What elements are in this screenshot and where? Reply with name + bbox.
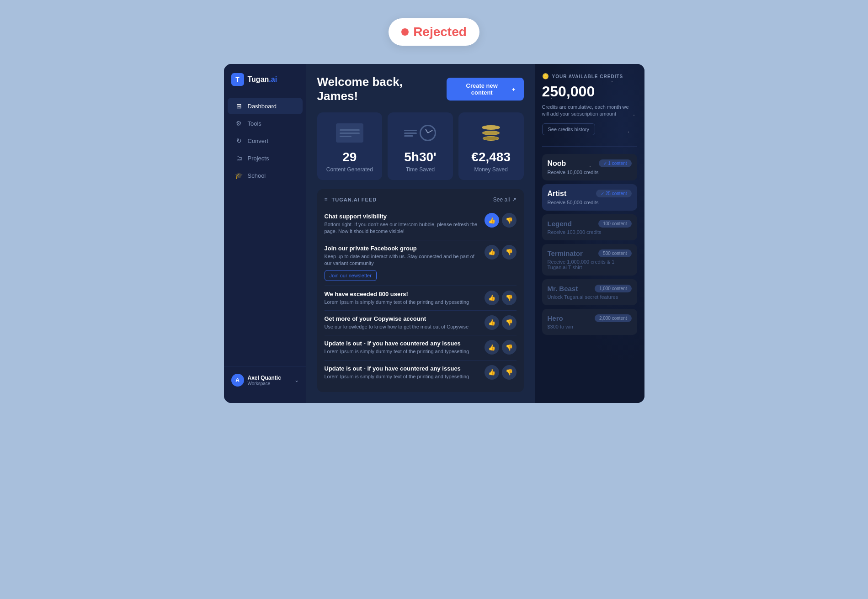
feed-item-content: Join our private Facebook group Keep up … — [325, 245, 481, 281]
feed-section: ≡ TUGAN.AI FEED See all ↗ Chat support v… — [317, 189, 524, 392]
feed-item-content: Update is out - If you have countered an… — [325, 365, 481, 380]
tier-header: Terminator 500 content — [548, 249, 632, 257]
projects-icon: 🗂 — [235, 154, 243, 162]
sidebar-item-tools-label: Tools — [248, 120, 261, 127]
stat-icon-coins — [475, 122, 507, 144]
tier-desc: Receive 100,000 credits — [548, 229, 632, 235]
user-info[interactable]: A Axel Quantic Workspace ⌄ — [231, 374, 299, 387]
tier-badge: 500 content — [598, 249, 631, 257]
sidebar-item-school[interactable]: 🎓 School — [228, 167, 303, 184]
upvote-button[interactable]: 👍 — [485, 213, 499, 228]
feed-item-title: Join our private Facebook group — [325, 245, 481, 252]
feed-item-desc: Lorem Ipsum is simply dummy text of the … — [325, 299, 481, 306]
tier-name: Artist — [548, 190, 567, 198]
tier-header: Noob ✓ 1 content — [548, 159, 632, 168]
credits-section: 🪙 YOUR AVAILABLE CREDITS 250,000 Credits… — [542, 73, 637, 135]
tier-badge: 1,000 content — [595, 285, 632, 292]
tools-icon: ⚙ — [235, 120, 243, 127]
stat-money-number: €2,483 — [471, 150, 511, 164]
upvote-button[interactable]: 👍 — [485, 315, 499, 330]
tier-badge: ✓ 1 content — [599, 159, 632, 167]
feed-item-title: We have exceeded 800 users! — [325, 291, 481, 297]
tier-card-mrbeast: Mr. Beast 1,000 content Unlock Tugan.ai … — [542, 279, 637, 305]
arrow-icon: ↗ — [512, 196, 517, 203]
feed-item-title: Update is out - If you have countered an… — [325, 340, 481, 347]
feed-item-desc: Bottom right. If you don't see our Inter… — [325, 221, 481, 235]
credits-icon: 🪙 — [542, 73, 549, 80]
divider — [542, 146, 637, 147]
tier-badge: ✓ 25 content — [596, 190, 631, 197]
feed-item-actions: 👍 👎 — [485, 365, 517, 380]
downvote-button[interactable]: 👎 — [502, 291, 517, 305]
feed-item-content: Update is out - If you have countered an… — [325, 340, 481, 355]
tier-desc: Receive 1,000,000 credits & 1 Tugan.ai T… — [548, 259, 632, 270]
stat-content-label: Content Generated — [326, 166, 373, 173]
user-name: Axel Quantic — [248, 375, 291, 381]
logo: T Tugan.ai — [224, 73, 306, 97]
create-content-button[interactable]: Create new content + — [447, 78, 524, 101]
stat-icon-clock — [404, 122, 436, 144]
stat-card-time: 5h30' Time Saved — [388, 112, 453, 180]
create-content-label: Create new content — [455, 82, 509, 96]
main-content: Welcome back, James! Create new content … — [306, 64, 535, 403]
downvote-button[interactable]: 👎 — [502, 213, 517, 228]
list-item: Update is out - If you have countered an… — [325, 335, 517, 360]
tier-badge: 2,000 content — [595, 314, 632, 322]
tier-header: Hero 2,000 content — [548, 314, 632, 322]
see-all-button[interactable]: See all ↗ — [493, 196, 517, 203]
sidebar-item-projects[interactable]: 🗂 Projects — [228, 150, 303, 166]
tier-card-hero: Hero 2,000 content $300 to win — [542, 309, 637, 335]
rejected-badge: Rejected — [389, 18, 479, 46]
downvote-button[interactable]: 👎 — [502, 340, 517, 355]
sidebar-item-projects-label: Projects — [248, 155, 269, 162]
sidebar-item-dashboard-label: Dashboard — [248, 103, 277, 110]
tier-desc: Receive 10,000 credits — [548, 170, 632, 175]
feed-title: ≡ TUGAN.AI FEED — [325, 196, 377, 203]
stats-grid: 29 Content Generated — [317, 112, 524, 180]
upvote-button[interactable]: 👍 — [485, 340, 499, 355]
rejected-dot-icon — [401, 28, 409, 36]
tier-card-artist: Artist ✓ 25 content Receive 50,000 credi… — [542, 184, 637, 211]
avatar: A — [231, 374, 244, 387]
tier-card-noob: Noob ✓ 1 content Receive 10,000 credits — [542, 154, 637, 180]
feed-item-actions: 👍 👎 — [485, 213, 517, 228]
sidebar-nav: ⊞ Dashboard ⚙ Tools ↻ Convert 🗂 Projects… — [224, 97, 306, 185]
rejected-label: Rejected — [413, 25, 467, 39]
stat-time-label: Time Saved — [406, 166, 435, 173]
tier-card-terminator: Terminator 500 content Receive 1,000,000… — [542, 244, 637, 276]
list-item: Chat support visibility Bottom right. If… — [325, 208, 517, 240]
sidebar-item-dashboard[interactable]: ⊞ Dashboard — [228, 98, 303, 114]
stat-icon-doc — [334, 122, 366, 144]
school-icon: 🎓 — [235, 172, 243, 179]
logo-icon: T — [231, 73, 244, 86]
credits-label: 🪙 YOUR AVAILABLE CREDITS — [542, 73, 637, 80]
user-details: Axel Quantic Workspace — [248, 375, 291, 386]
stat-time-number: 5h30' — [404, 150, 436, 164]
feed-item-actions: 👍 👎 — [485, 291, 517, 305]
upvote-button[interactable]: 👍 — [485, 291, 499, 305]
stat-money-label: Money Saved — [474, 166, 507, 173]
upvote-button[interactable]: 👍 — [485, 365, 499, 380]
tier-desc: $300 to win — [548, 324, 632, 329]
upvote-button[interactable]: 👍 — [485, 245, 499, 260]
downvote-button[interactable]: 👎 — [502, 315, 517, 330]
downvote-button[interactable]: 👎 — [502, 365, 517, 380]
feed-item-title: Update is out - If you have countered an… — [325, 365, 481, 372]
feed-item-desc: Lorem Ipsum is simply dummy text of the … — [325, 348, 481, 355]
user-workspace: Workspace — [248, 381, 291, 386]
right-panel: 🪙 YOUR AVAILABLE CREDITS 250,000 Credits… — [535, 64, 644, 403]
sidebar-item-tools[interactable]: ⚙ Tools — [228, 115, 303, 132]
tier-badge: 100 content — [598, 220, 631, 228]
tier-desc: Unlock Tugan.ai secret features — [548, 294, 632, 300]
plus-icon: + — [512, 86, 516, 93]
tier-name: Terminator — [548, 249, 583, 257]
credits-description: Credits are cumulative, each month we wi… — [542, 104, 637, 118]
credits-history-button[interactable]: See credits history — [542, 123, 595, 135]
stat-content-number: 29 — [342, 150, 357, 164]
newsletter-button[interactable]: Join our newsletter — [325, 270, 377, 281]
list-item: We have exceeded 800 users! Lorem Ipsum … — [325, 286, 517, 311]
list-item: Join our private Facebook group Keep up … — [325, 240, 517, 286]
sidebar-item-convert[interactable]: ↻ Convert — [228, 133, 303, 149]
tier-header: Legend 100 content — [548, 220, 632, 228]
downvote-button[interactable]: 👎 — [502, 245, 517, 260]
